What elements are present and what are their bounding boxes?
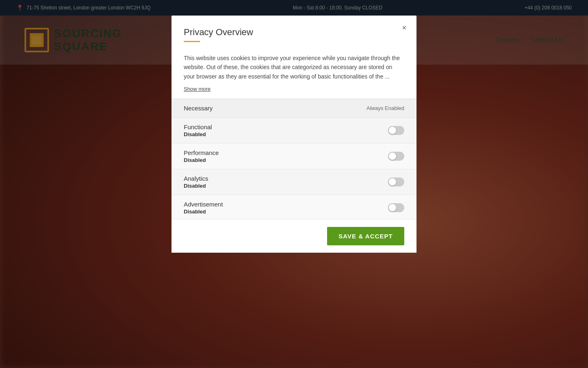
advertisement-name: Advertisement: [184, 201, 223, 208]
analytics-toggle[interactable]: [388, 177, 404, 186]
cookie-item-functional: Functional Disabled: [172, 118, 416, 144]
functional-name: Functional: [184, 123, 212, 130]
analytics-status-row: Disabled: [184, 183, 208, 189]
analytics-header: Analytics Disabled: [184, 175, 404, 189]
modal-header: Privacy Overview ×: [172, 16, 416, 54]
save-accept-button[interactable]: SAVE & ACCEPT: [327, 227, 404, 245]
functional-toggle[interactable]: [388, 126, 404, 135]
cookie-item-advertisement: Advertisement Disabled: [172, 195, 416, 219]
modal-body-text: This website uses cookies to improve you…: [172, 54, 416, 86]
advertisement-header: Advertisement Disabled: [184, 201, 404, 215]
cookie-item-performance: Performance Disabled: [172, 144, 416, 169]
performance-toggle[interactable]: [388, 152, 404, 161]
performance-name: Performance: [184, 149, 219, 156]
cookie-item-necessary: Necessary Always Enabled: [172, 99, 416, 118]
analytics-status: Disabled: [184, 183, 206, 189]
always-enabled-text: Always Enabled: [367, 105, 405, 111]
performance-header: Performance Disabled: [184, 149, 404, 163]
functional-status: Disabled: [184, 131, 206, 137]
advertisement-status-row: Disabled: [184, 209, 223, 215]
advertisement-left: Advertisement Disabled: [184, 201, 223, 215]
performance-status: Disabled: [184, 157, 206, 163]
functional-left: Functional Disabled: [184, 123, 212, 137]
cookie-list: Necessary Always Enabled Functional Disa…: [172, 99, 416, 219]
cookie-item-analytics: Analytics Disabled: [172, 169, 416, 195]
privacy-modal: Privacy Overview × This website uses coo…: [172, 16, 416, 253]
advertisement-toggle[interactable]: [388, 203, 404, 212]
modal-overlay: Privacy Overview × This website uses coo…: [0, 0, 588, 368]
show-more-link[interactable]: Show more: [172, 86, 416, 99]
modal-footer: SAVE & ACCEPT: [172, 219, 416, 253]
necessary-name: Necessary: [184, 105, 213, 112]
modal-title: Privacy Overview: [184, 27, 404, 38]
analytics-left: Analytics Disabled: [184, 175, 208, 189]
necessary-row-header: Necessary Always Enabled: [184, 105, 404, 112]
functional-status-row: Disabled: [184, 131, 212, 137]
functional-header: Functional Disabled: [184, 123, 404, 137]
performance-status-row: Disabled: [184, 157, 219, 163]
advertisement-status: Disabled: [184, 209, 206, 215]
modal-close-button[interactable]: ×: [399, 22, 410, 34]
analytics-name: Analytics: [184, 175, 208, 182]
modal-title-underline: [184, 41, 200, 42]
performance-left: Performance Disabled: [184, 149, 219, 163]
